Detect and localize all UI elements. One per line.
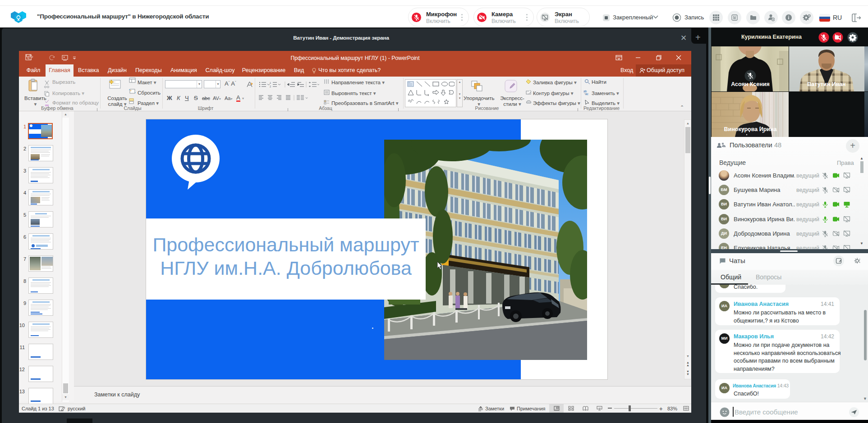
svg-text:Асоян Ксения: Асоян Ксения (731, 81, 770, 87)
svg-text:2: 2 (270, 85, 271, 88)
svg-text:Винокурова Ирина: Винокурова Ирина (724, 126, 777, 132)
svg-text:Ватутин Иван: Ватутин Иван (807, 81, 845, 87)
svg-text:1: 1 (270, 82, 271, 84)
